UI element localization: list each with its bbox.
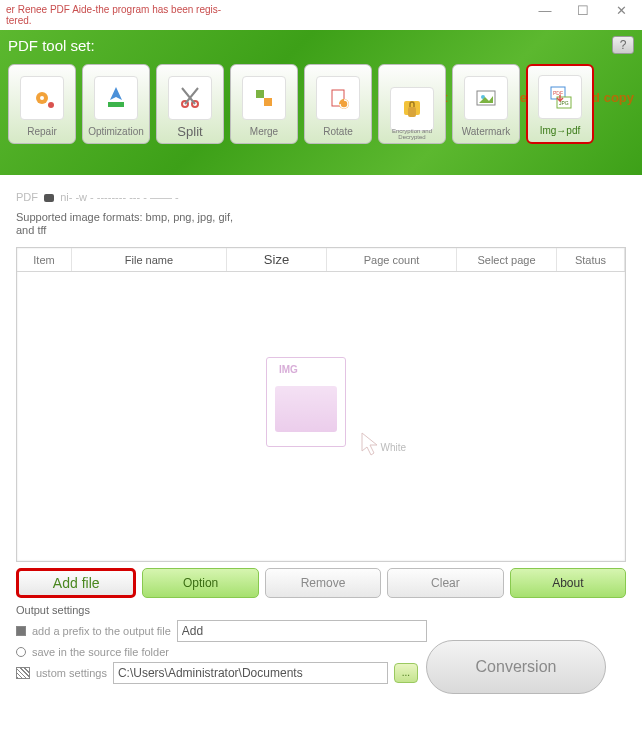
save-source-radio[interactable] xyxy=(16,647,26,657)
conversion-button[interactable]: Conversion xyxy=(426,640,606,694)
prefix-input[interactable] xyxy=(177,620,427,642)
drop-zone[interactable]: IMG White xyxy=(17,272,625,532)
help-button[interactable]: ? xyxy=(612,36,634,54)
gear-icon xyxy=(20,76,64,120)
tool-merge[interactable]: Merge xyxy=(230,64,298,144)
col-status[interactable]: Status xyxy=(557,248,625,271)
col-item[interactable]: Item xyxy=(17,248,72,271)
option-button[interactable]: Option xyxy=(142,568,258,598)
tool-label: Img→pdf xyxy=(540,125,581,136)
lock-icon xyxy=(390,87,434,131)
custom-radio[interactable] xyxy=(16,667,30,679)
svg-rect-6 xyxy=(256,90,264,98)
output-settings-label: Output settings xyxy=(16,604,626,616)
prefix-label: add a prefix to the output file xyxy=(32,625,171,637)
svg-rect-11 xyxy=(408,107,416,117)
tool-label: Merge xyxy=(250,126,278,137)
tool-rotate[interactable]: Rotate xyxy=(304,64,372,144)
clear-button[interactable]: Clear xyxy=(387,568,503,598)
col-pagecount[interactable]: Page count xyxy=(327,248,457,271)
output-path-input[interactable] xyxy=(113,662,388,684)
rotate-icon xyxy=(316,76,360,120)
rocket-icon xyxy=(94,76,138,120)
image-icon xyxy=(464,76,508,120)
prefix-radio[interactable] xyxy=(16,626,26,636)
tool-sublabel: Encryption and Decrypted xyxy=(379,128,445,140)
remove-button[interactable]: Remove xyxy=(265,568,381,598)
about-button[interactable]: About xyxy=(510,568,626,598)
svg-rect-7 xyxy=(264,98,272,106)
puzzle-icon xyxy=(242,76,286,120)
tool-label: Rotate xyxy=(323,126,352,137)
tool-repair[interactable]: Repair xyxy=(8,64,76,144)
tool-watermark[interactable]: Watermark xyxy=(452,64,520,144)
save-source-label: save in the source file folder xyxy=(32,646,169,658)
tool-split[interactable]: Split xyxy=(156,64,224,144)
header-title: PDF tool set: xyxy=(8,37,95,54)
tool-optimization[interactable]: Optimization xyxy=(82,64,150,144)
tool-label: Split xyxy=(177,126,202,137)
col-selectpage[interactable]: Select page xyxy=(457,248,557,271)
close-button[interactable]: ✕ xyxy=(614,4,628,18)
tool-lock[interactable]: Encryption and Decrypted xyxy=(378,64,446,144)
add-file-button[interactable]: Add file xyxy=(16,568,136,598)
scissors-icon xyxy=(168,76,212,120)
col-size[interactable]: Size xyxy=(227,248,327,271)
custom-settings-label: ustom settings xyxy=(36,667,107,679)
window-title: er Renee PDF Aide-the program has been r… xyxy=(6,4,236,26)
tool-label: Optimization xyxy=(88,126,144,137)
image-placeholder-icon: IMG xyxy=(266,357,346,447)
faded-line: PDF ni- -w - -------- --- - —— - xyxy=(16,191,626,203)
maximize-button[interactable]: ☐ xyxy=(576,4,590,18)
minimize-button[interactable]: — xyxy=(538,4,552,18)
tool-img→pdf[interactable]: PDFJPGImg→pdf xyxy=(526,64,594,144)
supported-formats: Supported image formats: bmp, png, jpg, … xyxy=(16,211,246,237)
tool-label: Watermark xyxy=(462,126,511,137)
file-table: Item File name Size Page count Select pa… xyxy=(16,247,626,562)
svg-point-1 xyxy=(40,96,44,100)
col-filename[interactable]: File name xyxy=(72,248,227,271)
browse-button[interactable]: ... xyxy=(394,663,418,683)
svg-rect-2 xyxy=(48,102,54,108)
svg-rect-3 xyxy=(108,102,124,107)
tool-label: Repair xyxy=(27,126,56,137)
imgpdf-icon: PDFJPG xyxy=(538,75,582,119)
svg-text:PDF: PDF xyxy=(553,90,563,96)
white-label: White xyxy=(380,442,406,453)
